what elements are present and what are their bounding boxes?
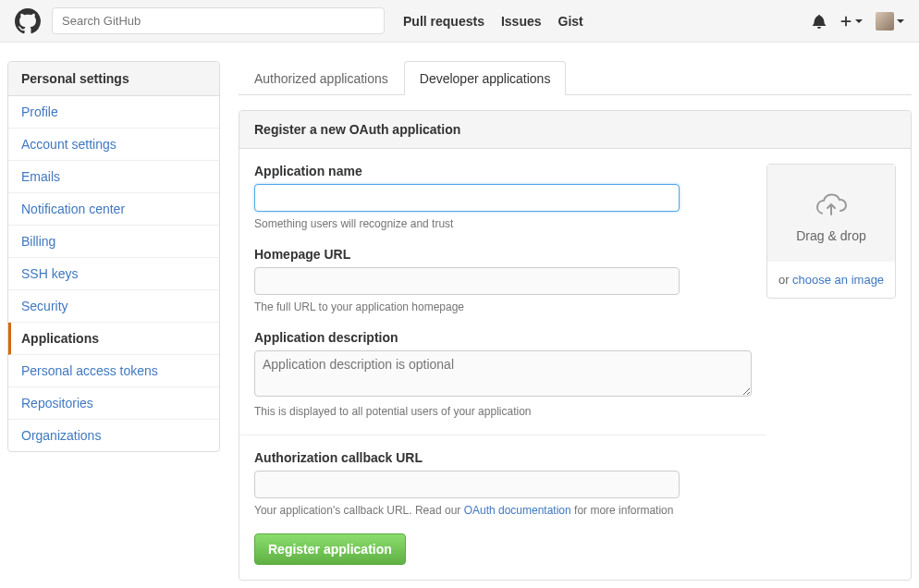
drag-drop-text: Drag & drop	[777, 228, 886, 243]
callback-hint-post: for more information	[571, 504, 674, 517]
main-content: Authorized applications Developer applic…	[239, 61, 912, 581]
sidebar-item-applications[interactable]: Applications	[8, 323, 219, 355]
upload-or: or choose an image	[767, 262, 895, 298]
callback-group: Authorization callback URL Your applicat…	[254, 450, 752, 517]
user-menu[interactable]	[876, 12, 904, 31]
sidebar: Personal settings ProfileAccount setting…	[7, 61, 220, 452]
sidebar-item-security[interactable]: Security	[8, 290, 219, 323]
callback-input[interactable]	[254, 471, 680, 498]
cloud-upload-icon	[815, 192, 848, 218]
app-name-hint: Something users will recognize and trust	[254, 217, 752, 230]
tab-developer[interactable]: Developer applications	[404, 61, 567, 95]
upload-box: Drag & drop or choose an image	[766, 164, 896, 299]
description-group: Application description This is displaye…	[254, 330, 752, 418]
panel-title: Register a new OAuth application	[239, 111, 911, 149]
create-new-icon[interactable]	[839, 15, 863, 28]
sidebar-item-account-settings[interactable]: Account settings	[8, 129, 219, 161]
description-hint: This is displayed to all potential users…	[254, 405, 752, 418]
caret-down-icon	[897, 19, 904, 23]
callback-label: Authorization callback URL	[254, 450, 752, 465]
sidebar-item-emails[interactable]: Emails	[8, 161, 219, 193]
nav-issues[interactable]: Issues	[501, 14, 542, 29]
description-label: Application description	[254, 330, 752, 345]
callback-hint-pre: Your application's callback URL. Read ou…	[254, 504, 464, 517]
avatar-icon	[876, 12, 894, 31]
divider	[239, 435, 766, 435]
app-name-label: Application name	[254, 164, 752, 178]
callback-hint: Your application's callback URL. Read ou…	[254, 504, 752, 517]
tabs: Authorized applications Developer applic…	[239, 61, 912, 95]
homepage-input[interactable]	[254, 267, 680, 295]
homepage-label: Homepage URL	[254, 247, 752, 262]
sidebar-item-organizations[interactable]: Organizations	[8, 420, 219, 451]
tab-authorized[interactable]: Authorized applications	[239, 61, 404, 95]
oauth-doc-link[interactable]: OAuth documentation	[464, 504, 571, 517]
sidebar-item-repositories[interactable]: Repositories	[8, 387, 219, 420]
upload-or-text: or	[778, 273, 792, 287]
sidebar-title: Personal settings	[8, 62, 219, 96]
panel-body: Application name Something users will re…	[239, 149, 911, 580]
sidebar-item-notification-center[interactable]: Notification center	[8, 193, 219, 226]
upload-dropzone[interactable]: Drag & drop	[767, 165, 895, 262]
top-header: Pull requests Issues Gist	[0, 0, 919, 43]
homepage-group: Homepage URL The full URL to your applic…	[254, 247, 752, 313]
notifications-icon[interactable]	[812, 14, 827, 29]
homepage-hint: The full URL to your application homepag…	[254, 300, 752, 313]
oauth-panel: Register a new OAuth application Applica…	[239, 110, 912, 581]
search-input[interactable]	[52, 7, 385, 34]
sidebar-item-ssh-keys[interactable]: SSH keys	[8, 258, 219, 290]
choose-image-link[interactable]: choose an image	[792, 273, 884, 287]
app-name-input[interactable]	[254, 184, 680, 212]
main-container: Personal settings ProfileAccount setting…	[0, 43, 919, 588]
caret-down-icon	[855, 19, 863, 23]
nav-pull-requests[interactable]: Pull requests	[403, 14, 484, 29]
nav-links: Pull requests Issues Gist	[403, 14, 583, 29]
sidebar-item-personal-access-tokens[interactable]: Personal access tokens	[8, 355, 219, 387]
app-name-group: Application name Something users will re…	[254, 164, 752, 230]
header-right	[812, 12, 904, 31]
github-logo-icon[interactable]	[15, 8, 41, 34]
sidebar-item-profile[interactable]: Profile	[8, 96, 219, 129]
register-button[interactable]: Register application	[254, 533, 406, 565]
nav-gist[interactable]: Gist	[558, 14, 583, 29]
form-column: Application name Something users will re…	[254, 164, 752, 565]
description-input[interactable]	[254, 350, 752, 397]
search-container	[52, 7, 385, 34]
sidebar-item-billing[interactable]: Billing	[8, 226, 219, 258]
